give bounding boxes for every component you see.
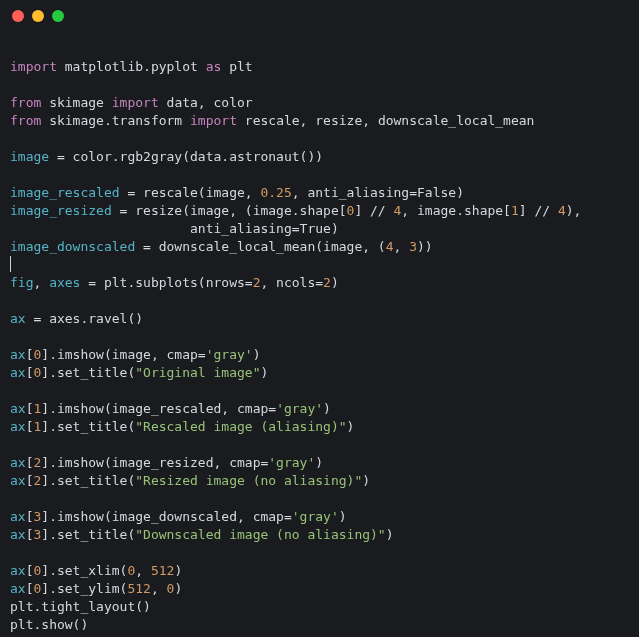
code-text: )	[315, 455, 323, 470]
code-text: )	[347, 419, 355, 434]
code-text: ,	[33, 275, 49, 290]
code-text: plt	[221, 59, 252, 74]
number: 2	[323, 275, 331, 290]
code-text: ,	[151, 581, 167, 596]
variable: ax	[10, 347, 26, 362]
code-text: )	[174, 563, 182, 578]
text-cursor	[10, 256, 11, 272]
code-text: ].set_title(	[41, 527, 135, 542]
code-editor[interactable]: import matplotlib.pyplot as plt from ski…	[0, 32, 639, 637]
string: "Resized image (no aliasing)"	[135, 473, 362, 488]
code-text: matplotlib.pyplot	[57, 59, 206, 74]
keyword-from: from	[10, 113, 41, 128]
string: "Original image"	[135, 365, 260, 380]
string: "Downscaled image (no aliasing)"	[135, 527, 385, 542]
variable: ax	[10, 473, 26, 488]
code-text: )	[339, 509, 347, 524]
code-text: = resize(image, (image.shape[	[112, 203, 347, 218]
number: 512	[151, 563, 174, 578]
code-text: plt.tight_layout()	[10, 599, 151, 614]
code-text: ),	[566, 203, 582, 218]
variable: axes	[49, 275, 80, 290]
code-text: ].imshow(image, cmap=	[41, 347, 205, 362]
string: 'gray'	[276, 401, 323, 416]
code-text: ,	[394, 239, 410, 254]
keyword-import: import	[10, 59, 57, 74]
code-text: = rescale(image,	[120, 185, 261, 200]
code-text: )	[331, 275, 339, 290]
code-text: ] //	[354, 203, 393, 218]
keyword-import: import	[112, 95, 159, 110]
code-text: ].set_title(	[41, 365, 135, 380]
code-text: = color.rgb2gray(data.astronaut())	[49, 149, 323, 164]
variable: ax	[10, 419, 26, 434]
number: 3	[409, 239, 417, 254]
variable: image	[10, 149, 49, 164]
code-text: , anti_aliasing=False)	[292, 185, 464, 200]
code-text: )	[362, 473, 370, 488]
string: "Rescaled image (aliasing)"	[135, 419, 346, 434]
number: 4	[558, 203, 566, 218]
minimize-icon[interactable]	[32, 10, 44, 22]
code-text: )	[386, 527, 394, 542]
code-text: )	[174, 581, 182, 596]
code-text: = downscale_local_mean(image, (	[135, 239, 385, 254]
variable: ax	[10, 527, 26, 542]
variable: ax	[10, 365, 26, 380]
variable: ax	[10, 311, 26, 326]
variable: ax	[10, 581, 26, 596]
variable: ax	[10, 455, 26, 470]
close-icon[interactable]	[12, 10, 24, 22]
variable: image_downscaled	[10, 239, 135, 254]
keyword-from: from	[10, 95, 41, 110]
code-text: skimage	[41, 95, 111, 110]
string: 'gray'	[206, 347, 253, 362]
code-text: skimage.transform	[41, 113, 190, 128]
code-text: = plt.subplots(nrows=	[80, 275, 252, 290]
variable: fig	[10, 275, 33, 290]
number: 1	[511, 203, 519, 218]
variable: image_resized	[10, 203, 112, 218]
code-text: , image.shape[	[401, 203, 511, 218]
number: 512	[127, 581, 150, 596]
number: 4	[386, 239, 394, 254]
code-text: ].set_ylim(	[41, 581, 127, 596]
variable: ax	[10, 401, 26, 416]
code-text: )	[253, 347, 261, 362]
code-text: ].set_title(	[41, 419, 135, 434]
code-text: ] //	[519, 203, 558, 218]
zoom-icon[interactable]	[52, 10, 64, 22]
variable: image_rescaled	[10, 185, 120, 200]
code-text: ].set_title(	[41, 473, 135, 488]
keyword-as: as	[206, 59, 222, 74]
code-text: )	[260, 365, 268, 380]
string: 'gray'	[292, 509, 339, 524]
titlebar	[0, 0, 639, 32]
code-text: ))	[417, 239, 433, 254]
code-text: rescale, resize, downscale_local_mean	[237, 113, 534, 128]
editor-window: import matplotlib.pyplot as plt from ski…	[0, 0, 639, 637]
keyword-import: import	[190, 113, 237, 128]
code-text: anti_aliasing=True)	[10, 221, 339, 236]
code-text: = axes.ravel()	[26, 311, 143, 326]
code-text: )	[323, 401, 331, 416]
code-text: ].imshow(image_resized, cmap=	[41, 455, 268, 470]
code-text: ].set_xlim(	[41, 563, 127, 578]
string: 'gray'	[268, 455, 315, 470]
code-text: , ncols=	[260, 275, 323, 290]
code-text: ].imshow(image_rescaled, cmap=	[41, 401, 276, 416]
code-text: ,	[135, 563, 151, 578]
code-text: ].imshow(image_downscaled, cmap=	[41, 509, 291, 524]
code-text: plt.show()	[10, 617, 88, 632]
code-text: data, color	[159, 95, 253, 110]
variable: ax	[10, 509, 26, 524]
number: 0.25	[260, 185, 291, 200]
variable: ax	[10, 563, 26, 578]
